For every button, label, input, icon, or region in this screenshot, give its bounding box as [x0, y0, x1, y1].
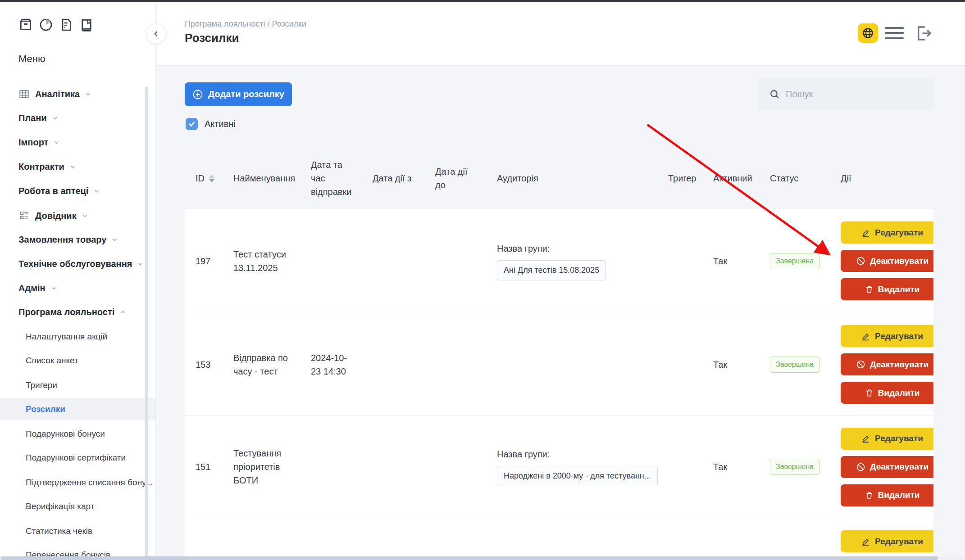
deactivate-button[interactable]: Деактивувати — [841, 353, 933, 375]
cell-status: Завершена — [759, 209, 830, 313]
sidebar-active-highlight — [0, 398, 155, 420]
trash-icon — [865, 285, 874, 294]
cell-audience — [486, 518, 657, 560]
sidebar-scrollbar[interactable] — [145, 87, 148, 560]
sidebar-subitem-bonus-writeoff-confirm[interactable]: Підтвердження списання бону... — [26, 476, 153, 489]
list-icon — [18, 210, 30, 221]
sort-icon[interactable] — [209, 175, 214, 182]
horizontal-scrollbar-thumb[interactable] — [1, 556, 938, 560]
page-header: Програма лояльності / Розсилки Розсилки — [156, 2, 965, 66]
document-icon[interactable] — [59, 17, 74, 32]
deactivate-button[interactable]: Деактивувати — [841, 250, 933, 272]
cell-id: 153 — [185, 313, 223, 415]
delete-button[interactable]: Видалити — [841, 382, 933, 404]
col-header-audience: Аудиторія — [486, 148, 657, 209]
chevron-down-icon — [111, 236, 118, 243]
cell-send-datetime — [300, 518, 362, 560]
audience-group-chip: Ані Для тестів 15.08.2025 — [497, 260, 606, 280]
sidebar-subitem-promo-settings[interactable]: Налаштування акцій — [26, 330, 107, 343]
pencil-icon — [861, 434, 870, 443]
edit-button[interactable]: Редагувати — [841, 221, 933, 244]
active-filter-checkbox[interactable] — [186, 118, 198, 130]
sidebar-item-plans[interactable]: Плани — [18, 112, 59, 124]
sidebar-item-goods-order[interactable]: Замовлення товару — [18, 233, 118, 246]
sidebar-item-analytics[interactable]: Аналітика — [18, 88, 91, 100]
cell-send-datetime: 2024-10-23 14:30 — [300, 313, 362, 415]
table-header-row: ID Найменування Дата та час відправки Да… — [185, 148, 933, 209]
cell-date-from — [362, 518, 424, 560]
sidebar-item-directory[interactable]: Довідник — [18, 209, 88, 222]
active-filter-label: Активні — [205, 119, 236, 129]
sidebar-item-loyalty-program[interactable]: Програма лояльності — [18, 306, 126, 318]
col-header-status: Статус — [759, 148, 830, 209]
search-icon — [769, 89, 780, 100]
col-header-name: Найменування — [223, 148, 300, 209]
window-top-edge — [0, 0, 965, 2]
cell-status: Завершена — [759, 416, 830, 518]
pencil-icon — [861, 537, 870, 546]
logout-icon[interactable] — [914, 23, 934, 44]
cell-id: 197 — [185, 209, 223, 313]
language-button[interactable] — [858, 23, 878, 43]
check-icon — [188, 120, 196, 128]
archive-icon[interactable] — [18, 17, 33, 32]
globe-icon — [862, 27, 874, 39]
sidebar-item-contracts[interactable]: Контракти — [18, 160, 76, 173]
col-header-send-datetime: Дата та час відправки — [300, 148, 362, 209]
cell-status — [759, 518, 830, 560]
sidebar-collapse-button[interactable] — [146, 23, 166, 44]
chevron-down-icon — [50, 285, 57, 292]
cell-date-to — [424, 209, 486, 313]
sidebar-subitem-card-verification[interactable]: Верифікація карт — [26, 500, 94, 513]
chevron-down-icon — [85, 91, 91, 98]
active-filter[interactable]: Активні — [186, 118, 236, 130]
sidebar-item-import[interactable]: Імпорт — [18, 136, 60, 149]
cell-actions: Редагувати Деактивувати Видалити — [830, 518, 933, 560]
search-input[interactable] — [786, 89, 912, 99]
cell-actions: Редагувати Деактивувати Видалити — [830, 416, 933, 518]
book-icon[interactable] — [79, 17, 94, 32]
cell-status: Завершена — [759, 313, 830, 415]
pencil-icon — [861, 228, 870, 237]
page-title: Розсилки — [185, 31, 239, 45]
edit-button[interactable]: Редагувати — [841, 325, 933, 347]
delete-button[interactable]: Видалити — [841, 278, 933, 300]
status-badge: Завершена — [770, 357, 819, 373]
sidebar-logo-icons — [18, 17, 94, 32]
sidebar-item-admin[interactable]: Адмін — [18, 282, 57, 294]
col-header-trigger: Тригер — [657, 148, 702, 209]
cell-trigger — [657, 416, 702, 518]
delete-button[interactable]: Видалити — [841, 484, 933, 506]
edit-button[interactable]: Редагувати — [841, 530, 933, 552]
sidebar-subitem-triggers[interactable]: Тригери — [26, 379, 57, 392]
edit-button[interactable]: Редагувати — [841, 428, 933, 450]
chevron-down-icon — [53, 139, 60, 146]
cell-active: Так — [702, 416, 759, 518]
sidebar-subitem-receipt-statistics[interactable]: Статистика чеків — [26, 525, 92, 537]
chevron-down-icon — [137, 261, 144, 267]
plus-circle-icon — [192, 89, 203, 100]
col-header-active: Активний — [702, 148, 759, 209]
sidebar-subitem-gift-bonuses[interactable]: Подарункові бонуси — [26, 428, 105, 440]
add-mailing-button[interactable]: Додати розсилку — [185, 82, 292, 106]
pie-chart-icon[interactable] — [38, 17, 54, 32]
chevron-down-icon — [69, 163, 76, 170]
table-row: Редагувати Деактивувати Видалити — [185, 518, 933, 560]
sidebar-subitem-questionnaires[interactable]: Список анкет — [26, 354, 78, 367]
sidebar-subitem-gift-certificates[interactable]: Подарункові сертифікати — [26, 452, 126, 464]
sidebar-subitem-mailings[interactable]: Розсилки — [26, 403, 65, 415]
horizontal-scrollbar[interactable] — [0, 556, 965, 560]
table-row: 197 Тест статуси 13.11.2025 Назва групи:… — [185, 209, 933, 313]
sidebar-item-maintenance[interactable]: Технічне обслуговування — [18, 257, 144, 270]
trash-icon — [865, 491, 874, 500]
table-row: 153 Відправка по часу - тест 2024-10-23 … — [185, 313, 933, 415]
mailings-table: ID Найменування Дата та час відправки Да… — [185, 148, 933, 560]
cell-active — [702, 518, 759, 560]
cell-trigger — [657, 518, 702, 560]
trash-icon — [865, 388, 874, 397]
sidebar-item-pharmacy-work[interactable]: Робота в аптеці — [18, 185, 100, 197]
deactivate-button[interactable]: Деактивувати — [841, 456, 933, 478]
hamburger-menu-icon[interactable] — [885, 27, 904, 39]
col-header-date-from: Дата дії з — [362, 148, 424, 209]
cell-date-to — [424, 313, 486, 415]
